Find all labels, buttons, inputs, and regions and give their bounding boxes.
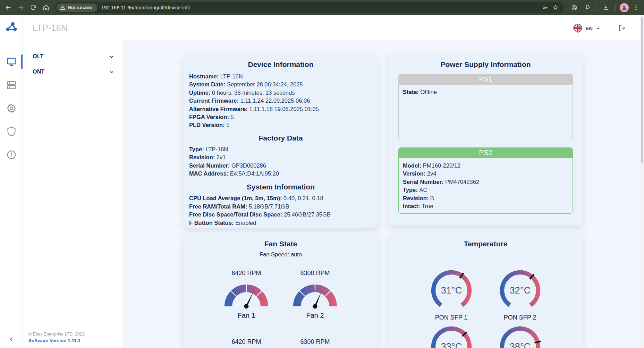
toolbar-divider: [596, 4, 596, 11]
system-information-rows: CPU Load Average (1m, 5m, 15m): 0.40, 0.…: [189, 194, 372, 227]
menu-button[interactable]: [631, 1, 641, 14]
home-button[interactable]: [40, 1, 52, 14]
info-row: Revision: 2v1: [189, 153, 372, 161]
temperature-sensor-label: PON SFP 2: [489, 313, 552, 322]
page-title: LTP-16N: [33, 23, 67, 33]
chevron-down-icon: [109, 54, 114, 59]
info-row: State: Offline: [403, 88, 568, 96]
svg-text:33°C: 33°C: [441, 341, 461, 348]
address-bar[interactable]: Not secure 192.168.11.65/monitoring/olt/…: [55, 2, 564, 13]
info-row: Version: 2v4: [403, 170, 568, 178]
info-row: Serial Number: PM47042362: [403, 178, 568, 186]
chevron-left-icon: [8, 336, 15, 342]
info-row: CPU Load Average (1m, 5m, 15m): 0.40, 0.…: [189, 194, 372, 202]
info-row: FPGA Version: 5: [189, 113, 372, 121]
temperature-gauge: 31°CPON SFP 1: [420, 269, 483, 322]
nav-item-olt[interactable]: OLT: [23, 49, 123, 64]
sidebar-item-alerts[interactable]: [0, 143, 23, 166]
page-scrollbar: [640, 15, 644, 348]
info-row: Revision: B: [403, 194, 568, 202]
info-row: Type: AC: [403, 186, 568, 194]
eltex-logo: [5, 22, 18, 34]
info-row: Uptime: 0 hours, 38 minutes, 13 seconds: [189, 89, 372, 97]
fan-name: Fan 2: [283, 311, 347, 320]
sidebar-item-settings[interactable]: [0, 96, 23, 120]
power-supply-header: PS2: [398, 147, 573, 158]
nav-item-ont[interactable]: ONT: [23, 64, 123, 79]
language-label: EN: [585, 25, 593, 31]
profile-avatar[interactable]: [620, 3, 629, 12]
info-row: Serial Number: GP3D000286: [189, 162, 372, 170]
reload-icon: [30, 4, 37, 11]
sidebar-item-monitoring[interactable]: [0, 50, 23, 73]
fan-rpm-value: 6300 RPM: [283, 338, 347, 346]
kebab-menu-icon: [633, 5, 639, 11]
passwords-key-icon[interactable]: [540, 2, 550, 13]
software-version-link[interactable]: Software Version 1.11.1: [28, 338, 85, 343]
monitor-icon: [6, 57, 17, 67]
back-button[interactable]: [2, 1, 15, 14]
info-row: Free Disc Space/Total Disc Space: 25.46G…: [189, 211, 372, 219]
server-rack-icon: [6, 80, 17, 90]
extensions-puzzle-icon[interactable]: [582, 2, 592, 13]
alert-circle-icon: [6, 150, 17, 160]
reading-mode-icon[interactable]: [569, 2, 579, 13]
reload-button[interactable]: [27, 1, 40, 14]
uk-flag-icon: [573, 24, 582, 33]
language-selector[interactable]: EN: [573, 24, 600, 33]
temperature-gauge: 38°C: [489, 325, 552, 348]
copyright-text: © Eltex Enterprise LTD, 2022: [28, 332, 85, 337]
forward-button[interactable]: [15, 1, 27, 14]
power-supply-card: Power Supply Information PS1State: Offli…: [388, 54, 583, 226]
icon-rail: [0, 15, 23, 348]
temperature-sensor-label: PON SFP 1: [420, 313, 483, 322]
back-arrow-icon: [5, 4, 12, 11]
fan-gauge: 6420 RPM: [215, 338, 278, 348]
factory-data-rows: Type: LTP-16NRevision: 2v1Serial Number:…: [189, 145, 372, 178]
fan-state-card: Fan State Fan Speed: auto 6420 RPMFan 16…: [184, 233, 378, 348]
info-row: F Button Status: Enabled: [189, 219, 372, 227]
side-nav: OLT ONT © Eltex Enterprise LTD, 2022 Sof…: [23, 41, 124, 348]
fan-rpm-value: 6420 RPM: [215, 338, 278, 346]
avatar-person-icon: [621, 5, 627, 10]
sidebar-item-devices[interactable]: [0, 73, 23, 96]
active-indicator: [21, 54, 23, 69]
nav-item-label: OLT: [33, 53, 43, 60]
info-row: Free RAM/Total RAM: 5.18GB/7.71GB: [189, 203, 372, 211]
power-supply-ps2: PS2Model: PM160-220/12Version: 2v4Serial…: [398, 147, 573, 214]
power-supply-blocks: PS1State: OfflinePS2Model: PM160-220/12V…: [398, 74, 573, 214]
power-supply-header: PS1: [398, 74, 573, 85]
info-row: PLD Version: 5: [189, 121, 372, 129]
info-row: MAC Address: E4:5A:D4:1A:95:20: [189, 170, 372, 178]
svg-text:31°C: 31°C: [441, 285, 461, 296]
logout-button[interactable]: [618, 24, 626, 32]
temperature-gauges: 31°CPON SFP 132°CPON SFP 233°C38°C: [388, 269, 583, 348]
card-title: Device Information: [189, 54, 372, 70]
chevron-down-icon: [109, 69, 114, 75]
fan-gauge: 6300 RPMFan 2: [283, 269, 347, 320]
svg-text:32°C: 32°C: [509, 285, 530, 296]
svg-text:38°C: 38°C: [509, 341, 530, 348]
downloads-icon[interactable]: [601, 2, 611, 13]
device-information-card: Device Information Hostname: LTP-16NSyst…: [184, 54, 378, 228]
sidebar-footer: © Eltex Enterprise LTD, 2022 Software Ve…: [28, 332, 85, 343]
home-icon: [42, 4, 50, 11]
chevron-down-icon: [596, 26, 600, 31]
logout-icon: [618, 24, 626, 32]
sidebar-item-security[interactable]: [0, 120, 23, 143]
forward-arrow-icon: [17, 4, 25, 11]
nav-item-label: ONT: [33, 69, 44, 75]
url-text: 192.168.11.65/monitoring/olt/device-info: [101, 5, 190, 10]
factory-data-title: Factory Data: [189, 133, 372, 143]
fan-rpm-value: 6420 RPM: [215, 269, 278, 277]
scrollbar-thumb[interactable]: [641, 17, 643, 163]
power-supply-body: State: Offline: [398, 85, 573, 140]
browser-toolbar: Not secure 192.168.11.65/monitoring/olt/…: [0, 0, 644, 15]
collapse-sidebar-button[interactable]: [0, 336, 23, 342]
bookmark-star-icon[interactable]: [550, 2, 561, 13]
app-header: LTP-16N EN: [23, 15, 644, 41]
security-badge[interactable]: Not secure: [57, 3, 97, 12]
power-supply-body: Model: PM160-220/12Version: 2v4Serial Nu…: [398, 158, 573, 214]
toolbar-divider-2: [615, 4, 616, 11]
info-row: Current Firmware: 1.11.1.24 22.09.2025 0…: [189, 97, 372, 105]
